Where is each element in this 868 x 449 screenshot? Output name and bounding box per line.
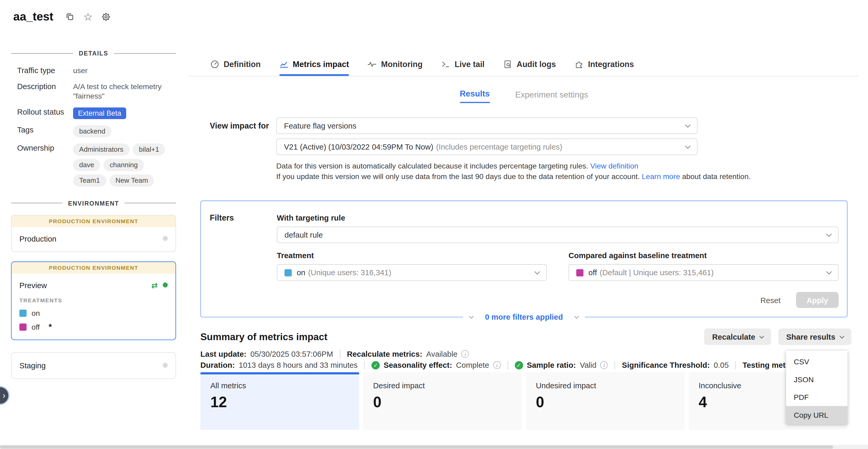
environment-card-preview[interactable]: PRODUCTION ENVIRONMENT Preview ⇄ TREATME… xyxy=(11,261,176,340)
card-all-metrics[interactable]: All metrics 12 xyxy=(200,372,360,430)
production-environment-banner: PRODUCTION ENVIRONMENT xyxy=(11,215,176,227)
environment-card-staging[interactable]: Staging xyxy=(11,352,176,379)
chevron-down-icon xyxy=(826,269,832,274)
description-row: Description A/A test to check telemetry … xyxy=(11,82,176,101)
sync-icon: ⇄ xyxy=(151,281,158,290)
duration-label: Duration: xyxy=(200,361,235,369)
copy-icon[interactable] xyxy=(65,12,74,21)
apply-button[interactable]: Apply xyxy=(796,292,839,308)
more-filters-toggle[interactable]: 0 more filters applied xyxy=(463,311,585,322)
main-content: Definition Metrics impact Monitoring Liv… xyxy=(189,53,859,430)
summary-header: Summary of metrics impact Recalculate Sh… xyxy=(189,329,859,345)
treatment-dropdown[interactable]: on (Unique users: 316,341) xyxy=(277,264,547,281)
summary-meta-line2: Duration: 1013 days 8 hours and 33 minut… xyxy=(200,361,859,369)
divider xyxy=(615,361,615,369)
divider xyxy=(340,350,340,358)
environment-name: Production xyxy=(20,234,57,243)
environment-name: Preview xyxy=(20,281,47,290)
gear-icon[interactable] xyxy=(102,12,111,21)
owner-pill: Administrators xyxy=(73,143,129,155)
reset-button[interactable]: Reset xyxy=(760,296,780,304)
targeting-rule-dropdown[interactable]: default rule xyxy=(277,227,839,243)
tab-metrics-impact[interactable]: Metrics impact xyxy=(280,60,349,76)
ownership-label: Ownership xyxy=(11,143,73,186)
chevron-down-icon xyxy=(574,313,579,318)
traffic-type-value: user xyxy=(73,66,176,76)
treatment-swatch-off xyxy=(576,269,583,276)
share-menu-item-csv[interactable]: CSV xyxy=(786,353,847,370)
learn-more-link[interactable]: Learn more xyxy=(642,172,680,181)
auto-calc-text: Data for this version is automatically c… xyxy=(276,162,859,170)
tab-live-tail[interactable]: Live tail xyxy=(441,60,485,76)
terminal-icon xyxy=(441,60,450,69)
chevron-down-icon xyxy=(760,334,764,338)
info-icon[interactable]: i xyxy=(461,350,469,358)
card-undesired-impact[interactable]: Undesired impact 0 xyxy=(526,372,685,430)
check-icon: ✓ xyxy=(371,361,380,369)
subtab-results[interactable]: Results xyxy=(460,89,490,103)
divider xyxy=(735,361,736,369)
tags-row: Tags backend xyxy=(11,125,176,137)
view-definition-link[interactable]: View definition xyxy=(590,162,639,170)
details-section-label: DETAILS xyxy=(79,50,108,57)
environment-section-header: ENVIRONMENT xyxy=(11,200,176,206)
info-icon[interactable]: i xyxy=(600,361,608,369)
recalculate-button[interactable]: Recalculate xyxy=(704,329,771,345)
subtab-experiment-settings[interactable]: Experiment settings xyxy=(515,90,588,103)
horizontal-scrollbar[interactable] xyxy=(0,445,868,449)
rollout-status-badge: External Beta xyxy=(73,107,126,119)
chevron-down-icon xyxy=(840,334,844,338)
metric-summary-cards: All metrics 12 Desired impact 0 Undesire… xyxy=(200,372,847,430)
collapse-arrow-icon: › xyxy=(3,391,5,401)
chevron-down-icon xyxy=(535,269,540,274)
share-results-button[interactable]: Share results xyxy=(778,329,851,345)
ownership-row: Ownership Administrators bilal+1 dave ch… xyxy=(11,143,176,186)
star-icon[interactable]: ☆ xyxy=(83,11,93,22)
environment-card-production[interactable]: PRODUCTION ENVIRONMENT Production xyxy=(11,215,176,252)
info-icon[interactable]: i xyxy=(493,361,501,369)
description-label: Description xyxy=(11,82,73,101)
owner-pill: New Team xyxy=(109,174,154,186)
chevron-down-icon xyxy=(685,122,691,127)
filters-title: Filters xyxy=(210,213,277,317)
details-section-header: DETAILS xyxy=(11,50,176,57)
version-dropdown[interactable]: V21 (Active) (10/03/2022 04:59PM To Now)… xyxy=(276,139,698,155)
share-menu-item-json[interactable]: JSON xyxy=(786,371,847,388)
chevron-down-icon xyxy=(826,231,832,237)
gauge-icon xyxy=(211,60,219,69)
seasonality-value: Complete xyxy=(456,361,489,369)
card-desired-impact[interactable]: Desired impact 0 xyxy=(363,372,522,430)
view-impact-label: View impact for xyxy=(210,118,276,181)
tab-audit-logs[interactable]: Audit logs xyxy=(503,60,556,76)
sample-ratio-label: Sample ratio: xyxy=(527,361,576,369)
share-menu-item-pdf[interactable]: PDF xyxy=(786,388,847,406)
rollout-status-row: Rollout status External Beta xyxy=(11,107,176,119)
status-dot-active xyxy=(163,282,167,288)
audit-log-icon xyxy=(503,60,512,69)
treatment-row-on: on xyxy=(20,309,168,317)
environment-section-label: ENVIRONMENT xyxy=(68,200,119,206)
share-results-menu: CSV JSON PDF Copy URL xyxy=(786,351,847,424)
recalculate-metrics-label: Recalculate metrics: xyxy=(347,350,423,359)
owner-pill: channing xyxy=(103,159,144,171)
treatment-swatch-off xyxy=(20,323,27,330)
duration-value: 1013 days 8 hours and 33 minutes xyxy=(239,361,358,369)
main-tabs: Definition Metrics impact Monitoring Liv… xyxy=(189,53,859,76)
description-value: A/A test to check telemetry "fairness" xyxy=(73,82,176,101)
treatment-name: off xyxy=(32,323,40,331)
filters-panel: Filters With targeting rule default rule… xyxy=(200,201,847,318)
summary-meta-line1: Last update: 05/30/2025 03:57:06PM Recal… xyxy=(200,350,859,359)
tab-monitoring[interactable]: Monitoring xyxy=(368,60,423,76)
summary-title: Summary of metrics impact xyxy=(200,331,704,342)
version-type-dropdown[interactable]: Feature flag versions xyxy=(276,118,698,134)
tab-integrations[interactable]: Integrations xyxy=(575,60,634,76)
owner-pill: Team1 xyxy=(73,174,106,186)
share-menu-item-copy-url[interactable]: Copy URL xyxy=(786,406,847,424)
scrollbar-thumb[interactable] xyxy=(0,445,833,449)
treatment-label: Treatment xyxy=(277,251,547,260)
last-update-label: Last update: xyxy=(200,350,246,359)
tab-definition[interactable]: Definition xyxy=(211,60,260,76)
page-title: aa_test xyxy=(13,10,54,23)
sidebar-collapse-button[interactable]: › xyxy=(0,387,8,404)
baseline-dropdown[interactable]: off (Default | Unique users: 315,461) xyxy=(568,264,839,281)
